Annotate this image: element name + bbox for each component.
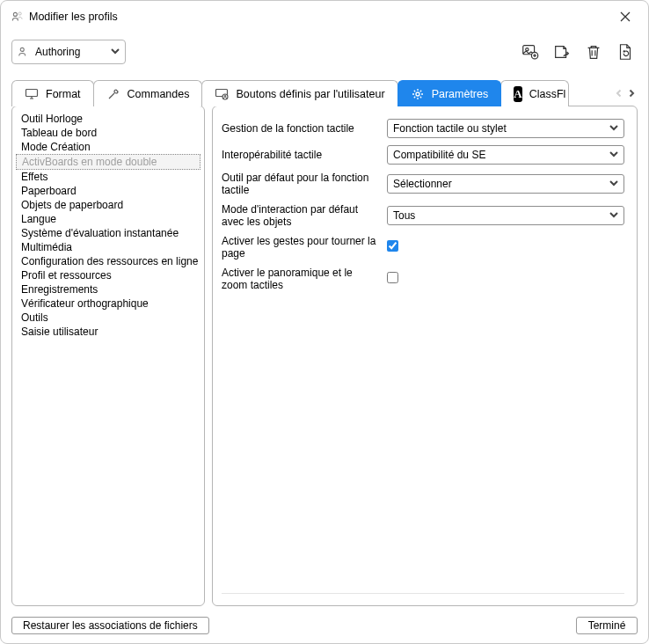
svg-point-1	[18, 12, 21, 15]
settings-category-item[interactable]: Multimédia	[16, 240, 201, 254]
tab-scroll-arrows	[613, 80, 638, 106]
export-profile-button[interactable]	[550, 40, 574, 64]
form-row: Interopérabilité tactileCompatibilité du…	[222, 145, 624, 165]
settings-category-item[interactable]: Tableau de bord	[16, 126, 201, 140]
settings-category-item[interactable]: Saisie utilisateur	[16, 325, 201, 339]
form-label: Outil par défaut pour la fonction tactil…	[222, 172, 387, 196]
profile-selector-value: Authoring	[35, 46, 80, 58]
form-control: Fonction tactile ou stylet	[387, 119, 624, 138]
close-button[interactable]	[613, 4, 638, 29]
form-row: Outil par défaut pour la fonction tactil…	[222, 172, 624, 196]
settings-category-item[interactable]: Outils	[16, 311, 201, 325]
form-control: Compatibilité du SE	[387, 145, 624, 165]
svg-point-0	[13, 12, 17, 16]
svg-point-2	[20, 48, 24, 51]
settings-category-item[interactable]: ActivBoards en mode double	[16, 154, 201, 170]
window-title-wrap: Modifier les profils	[11, 11, 613, 23]
form-label: Activer le panoramique et le zoom tactil…	[222, 267, 387, 291]
svg-point-4	[526, 48, 529, 51]
combo-box[interactable]: Compatibilité du SE	[387, 145, 624, 165]
settings-category-item[interactable]: Mode Création	[16, 140, 201, 154]
user-buttons-icon	[215, 87, 229, 101]
gear-icon	[411, 87, 425, 101]
monitor-icon	[25, 87, 39, 101]
profiles-icon	[11, 11, 24, 23]
checkbox[interactable]	[387, 240, 398, 252]
done-button[interactable]: Terminé	[576, 617, 638, 634]
settings-category-item[interactable]: Configuration des ressources en ligne	[16, 254, 201, 268]
tab-boutons[interactable]: Boutons définis par l'utilisateur	[201, 80, 397, 106]
export-icon	[552, 42, 572, 62]
settings-category-list[interactable]: Outil HorlogeTableau de bordMode Créatio…	[11, 106, 205, 606]
form-label: Interopérabilité tactile	[222, 149, 387, 161]
form-row: Activer le panoramique et le zoom tactil…	[222, 267, 624, 291]
settings-category-item[interactable]: Outil Horloge	[16, 112, 201, 126]
checkbox[interactable]	[387, 272, 398, 283]
chevron-down-icon	[609, 149, 618, 161]
person-icon	[18, 46, 30, 58]
classflow-icon: A	[514, 86, 521, 102]
chevron-down-icon	[609, 209, 618, 222]
form-control	[387, 272, 624, 286]
combo-value: Compatibilité du SE	[393, 149, 485, 161]
tab-scroll-left[interactable]	[613, 81, 625, 106]
tab-label: Commandes	[128, 88, 190, 100]
combo-box[interactable]: Sélectionner	[387, 174, 624, 194]
combo-value: Tous	[393, 209, 415, 222]
window-title: Modifier les profils	[29, 11, 118, 23]
refresh-profile-button[interactable]	[613, 40, 638, 64]
tab-parametres[interactable]: Paramètres	[397, 80, 502, 106]
tab-commandes[interactable]: Commandes	[93, 80, 203, 106]
form-row: Mode d'interaction par défaut avec les o…	[222, 203, 624, 228]
settings-category-item[interactable]: Paperboard	[16, 184, 201, 198]
settings-category-item[interactable]: Effets	[16, 170, 201, 184]
horizontal-scroll-hint	[222, 593, 624, 598]
file-refresh-icon	[616, 42, 635, 62]
tools-icon	[106, 87, 120, 101]
tab-label: ClassFl	[529, 88, 566, 100]
combo-box[interactable]: Tous	[387, 206, 624, 225]
tab-format[interactable]: Format	[11, 80, 94, 106]
chevron-down-icon	[111, 46, 120, 58]
form-row: Activer les gestes pour tourner la page	[222, 235, 624, 260]
restore-file-assoc-button[interactable]: Restaurer les associations de fichiers	[11, 617, 209, 634]
form-label: Gestion de la fonction tactile	[222, 122, 387, 135]
close-icon	[620, 11, 631, 22]
tabs: Format Commandes Boutons définis par l'u…	[1, 80, 648, 106]
svg-point-10	[416, 92, 419, 96]
form-control: Tous	[387, 206, 624, 225]
settings-category-item[interactable]: Enregistrements	[16, 282, 201, 296]
form-control: Sélectionner	[387, 174, 624, 194]
tab-label: Format	[46, 88, 81, 100]
svg-rect-6	[26, 89, 38, 96]
tab-label: Boutons définis par l'utilisateur	[236, 88, 384, 100]
profile-selector[interactable]: Authoring	[11, 40, 126, 64]
chevron-down-icon	[609, 178, 618, 190]
form-control	[387, 240, 624, 254]
settings-category-item[interactable]: Profil et ressources	[16, 268, 201, 282]
combo-value: Fonction tactile ou stylet	[393, 122, 507, 135]
trash-icon	[584, 42, 603, 62]
form-label: Activer les gestes pour tourner la page	[222, 235, 387, 260]
content: Outil HorlogeTableau de bordMode Créatio…	[1, 106, 648, 613]
toolbar: Authoring	[1, 33, 648, 68]
delete-profile-button[interactable]	[581, 40, 606, 64]
bottom-bar: Restaurer les associations de fichiers T…	[1, 613, 648, 643]
import-profile-button[interactable]	[518, 40, 543, 64]
edit-profiles-window: Modifier les profils Authoring Format	[0, 0, 649, 644]
chevron-down-icon	[609, 122, 618, 135]
import-icon	[521, 42, 540, 62]
settings-category-item[interactable]: Langue	[16, 212, 201, 226]
tab-classflow[interactable]: A ClassFl	[500, 80, 569, 106]
form-row: Gestion de la fonction tactileFonction t…	[222, 119, 624, 138]
tab-label: Paramètres	[432, 88, 489, 100]
form-label: Mode d'interaction par défaut avec les o…	[222, 203, 387, 228]
settings-category-item[interactable]: Système d'évaluation instantanée	[16, 226, 201, 240]
combo-value: Sélectionner	[393, 178, 452, 190]
settings-category-item[interactable]: Vérificateur orthographique	[16, 296, 201, 311]
titlebar: Modifier les profils	[1, 1, 648, 33]
settings-category-item[interactable]: Objets de paperboard	[16, 198, 201, 212]
tab-scroll-right[interactable]	[625, 81, 638, 106]
settings-form: Gestion de la fonction tactileFonction t…	[212, 106, 638, 606]
combo-box[interactable]: Fonction tactile ou stylet	[387, 119, 624, 138]
